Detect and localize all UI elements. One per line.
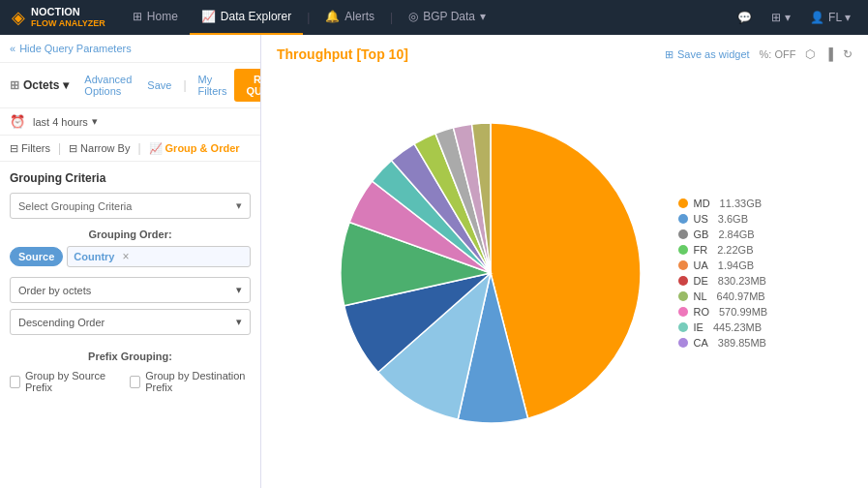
clock-icon: ⏰ [10,114,25,129]
grouping-tags: Source Country × [10,246,251,267]
chevron-left-icon: « [10,43,15,54]
grouping-criteria-title: Grouping Criteria [10,171,251,185]
group-order-label: Group & Order [165,142,240,154]
prefix-source-label: Group by Source Prefix [25,370,114,393]
select-grouping-label: Select Grouping Criteria [18,200,132,212]
legend-item: UA 1.94GB [678,259,804,271]
nav-data-explorer[interactable]: 📈 Data Explorer [190,0,303,35]
legend-item: RO 570.99MB [678,306,804,318]
save-link[interactable]: Save [147,79,171,91]
octets-chevron: ▾ [63,78,69,92]
save-widget-label: Save as widget [677,48,750,60]
octets-label: Octets [23,78,59,92]
sidebar: « Hide Query Parameters ⊞ Octets ▾ Advan… [0,35,261,488]
hide-query-label: Hide Query Parameters [19,43,132,54]
time-row: ⏰ last 4 hours ▾ [0,108,260,136]
main-layout: « Hide Query Parameters ⊞ Octets ▾ Advan… [0,35,868,488]
narrow-by-label: Narrow By [80,142,130,154]
nav-bgp-data[interactable]: ◎ BGP Data ▾ [397,0,497,35]
legend-dot [678,291,688,301]
legend-value: 2.22GB [717,244,753,256]
tag-country-container: Country × [67,246,251,267]
legend-label: GB [694,229,709,240]
filters-btn[interactable]: ⊟ Filters [10,142,50,155]
chart-body: MD 11.33GB US 3.6GB GB 2.84GB FR 2.22GB … [277,70,853,476]
time-chevron: ▾ [92,115,98,128]
logo-name: NOCTION [31,6,80,17]
legend-item: CA 389.85MB [678,337,804,349]
narrow-by-btn[interactable]: ⊟ Narrow By [69,142,130,155]
legend-dot [678,214,688,224]
legend-item: DE 830.23MB [678,275,804,287]
legend-item: US 3.6GB [678,213,804,225]
order-by-dropdown[interactable]: Order by octets ▾ [10,277,251,303]
chart-title: Throughput [Top 10] [277,46,408,62]
my-filters-link[interactable]: My Filters [198,74,227,97]
legend-value: 1.94GB [718,259,754,271]
legend-label: IE [694,321,703,333]
prefix-dest-checkbox[interactable] [130,376,140,388]
legend-label: FR [694,244,708,256]
run-query-button[interactable]: RUN QUERY [234,69,261,102]
bell-icon: 🔔 [325,10,340,23]
legend-dot [678,198,688,208]
external-link-icon[interactable]: ⬡ [805,47,815,61]
chart-controls: ⊞ Save as widget %: OFF ⬡ ▐ ↻ [665,47,853,61]
prefix-dest-label: Group by Destination Prefix [145,370,251,393]
chart-icon: 📈 [201,10,216,23]
prefix-grouping-section: Prefix Grouping: Group by Source Prefix … [0,351,260,403]
grid2-icon: ⊞ [10,78,19,92]
legend-item: NL 640.97MB [678,290,804,302]
legend-label: MD [694,198,710,209]
desc-chevron: ▾ [236,316,242,328]
refresh-icon[interactable]: ↻ [843,47,853,61]
tag-country-remove[interactable]: × [122,250,129,263]
filter-bar: ⊟ Filters | ⊟ Narrow By | 📈 Group & Orde… [0,136,260,162]
legend-value: 830.23MB [718,275,766,287]
legend-dot [678,229,688,239]
group-icon: 📈 [149,142,163,155]
legend-label: US [694,213,708,225]
select-grouping-dropdown[interactable]: Select Grouping Criteria ▾ [10,193,251,219]
tag-source[interactable]: Source [10,247,63,266]
prefix-source-option[interactable]: Group by Source Prefix [10,370,114,393]
user-icon: 👤 [810,11,824,24]
prefix-source-checkbox[interactable] [10,376,20,388]
legend-label: NL [694,290,707,302]
octets-row: ⊞ Octets ▾ Advanced Options Save | My Fi… [0,63,260,108]
nav-chat[interactable]: 💬 [732,11,758,24]
chart-area: Throughput [Top 10] ⊞ Save as widget %: … [261,35,868,488]
legend-item: GB 2.84GB [678,229,804,240]
chart-title-text: Throughput [277,46,353,62]
legend-value: 3.6GB [718,213,748,225]
bar-chart-icon[interactable]: ▐ [824,47,833,61]
time-label: last 4 hours [33,116,88,128]
time-select[interactable]: last 4 hours ▾ [33,115,98,128]
prefix-dest-option[interactable]: Group by Destination Prefix [130,370,251,393]
narrow-icon: ⊟ [69,142,77,155]
legend-item: IE 445.23MB [678,321,804,333]
filters-label: Filters [21,142,50,154]
hide-query-btn[interactable]: « Hide Query Parameters [10,43,251,54]
sidebar-top: « Hide Query Parameters [0,35,260,63]
legend-dot [678,260,688,270]
nav-data-explorer-label: Data Explorer [221,10,291,23]
descending-dropdown[interactable]: Descending Order ▾ [10,309,251,335]
octets-select[interactable]: ⊞ Octets ▾ [10,78,69,92]
pie-chart [326,108,655,438]
legend-label: DE [694,275,708,287]
percent-toggle[interactable]: %: OFF [760,48,796,60]
group-order-btn[interactable]: 📈 Group & Order [149,142,240,155]
save-widget-btn[interactable]: ⊞ Save as widget [665,48,750,61]
top-nav: ◈ NOCTION FLOW ANALYZER ⊞ Home 📈 Data Ex… [0,0,868,35]
nav-alerts[interactable]: 🔔 Alerts [314,0,386,35]
logo-sub: FLOW ANALYZER [31,18,105,29]
logo: ◈ NOCTION FLOW ANALYZER [12,6,105,29]
advanced-options-link[interactable]: Advanced Options [84,74,132,97]
grid-icon: ⊞ [771,11,781,24]
home-icon: ⊞ [133,10,142,23]
nav-grid[interactable]: ⊞ ▾ [765,11,796,24]
chart-top-label: [Top 10] [356,46,407,62]
nav-home[interactable]: ⊞ Home [121,0,190,35]
nav-user[interactable]: 👤 FL ▾ [804,11,856,24]
